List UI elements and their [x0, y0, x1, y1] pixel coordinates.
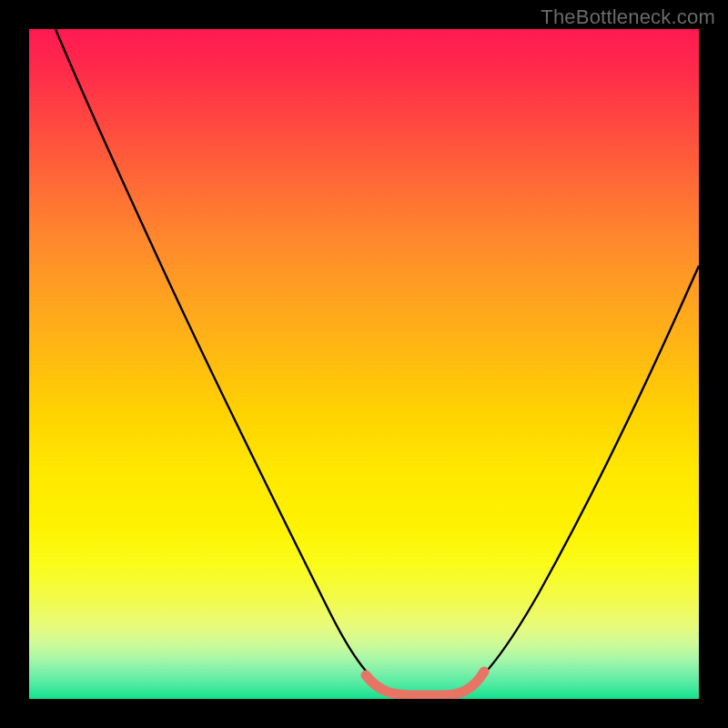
- chart-frame: TheBottleneck.com: [0, 0, 728, 728]
- bottleneck-curve: [56, 29, 699, 694]
- watermark-text: TheBottleneck.com: [541, 5, 715, 29]
- curve-layer: [29, 29, 699, 699]
- optimal-band: [366, 672, 484, 695]
- plot-area: [29, 29, 699, 699]
